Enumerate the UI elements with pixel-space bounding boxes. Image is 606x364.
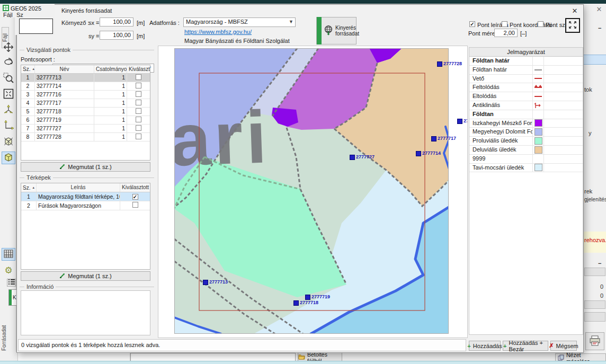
map-canvas[interactable]: ari	[158, 46, 468, 338]
app-titlebar-fragment: GEO5 2025 Fájl Sz	[0, 4, 55, 17]
k-button-fragment[interactable]: K	[8, 289, 17, 306]
map-point[interactable]: 2777713	[203, 280, 228, 285]
file-path-input[interactable]	[130, 353, 296, 361]
row-checkbox[interactable]	[136, 100, 141, 105]
axes-2d-tool-button[interactable]	[2, 120, 15, 132]
map-point[interactable]: 2777728	[437, 61, 462, 67]
map-point[interactable]: 2777718	[293, 300, 318, 306]
legend-panel: Jelmagyarázat Földtan határ Földtan hatá…	[469, 47, 583, 335]
selected-row-fragment[interactable]	[584, 55, 606, 65]
cancel-button[interactable]: ✗ Mégsem	[550, 341, 577, 351]
table-row[interactable]: 6 32777719 1	[21, 116, 150, 125]
row-checkbox[interactable]	[136, 74, 141, 80]
settings-tool-button[interactable]: ⚙	[2, 264, 15, 277]
color-swatch	[534, 128, 542, 136]
maps-group-title: Térképek	[24, 174, 53, 181]
point-coords-checkbox[interactable]	[502, 21, 507, 27]
zoom-select-tool-button[interactable]	[2, 72, 15, 85]
row-checkbox[interactable]	[136, 134, 141, 139]
points-table[interactable]: Sz. ▲ Név Csatolmányok Kiválasztott 1 32…	[21, 65, 150, 161]
row-checkbox[interactable]	[136, 117, 141, 122]
globe-download-icon	[323, 24, 334, 38]
table-row[interactable]: 7 32777727 1	[21, 125, 150, 133]
menu-file[interactable]: Fájl	[3, 12, 13, 17]
legend-row: Földtan határ	[469, 66, 583, 75]
map-city-label: ari	[174, 95, 271, 182]
hide-model-tool-button[interactable]	[2, 136, 15, 148]
color-swatch	[534, 146, 542, 154]
table-row[interactable]: 2 32777714 1	[21, 82, 150, 91]
show-model-tool-button[interactable]	[2, 152, 15, 164]
table-row[interactable]: 3 32777716 1	[21, 91, 150, 99]
legend-row: Iszkahegyi Mészkő Formáció	[469, 119, 583, 128]
button-band-2[interactable]	[584, 300, 605, 309]
table-row[interactable]: 4 32777717 1	[21, 99, 150, 108]
map-point[interactable]: 2777717	[431, 136, 456, 141]
legend-row: Vető	[469, 75, 583, 84]
panel-collapse-a[interactable]: −	[598, 25, 601, 31]
datasource-link[interactable]: https://www.mbfsz.gov.hu/	[184, 29, 252, 35]
geology-map: ari	[174, 48, 449, 334]
point-label: 2777728	[443, 61, 462, 66]
row-checkbox[interactable]	[136, 83, 141, 88]
datasource-select[interactable]: Magyarország - MBFSZ ▼	[183, 17, 296, 27]
pan-tool-button[interactable]	[2, 41, 15, 54]
extract-source-button[interactable]: Kinyerés forrásadat	[316, 17, 357, 45]
menu-item[interactable]: Sz	[16, 12, 23, 17]
button-band-1[interactable]	[584, 268, 605, 276]
map-point[interactable]: 2777714	[416, 151, 441, 156]
line-symbol	[534, 96, 542, 97]
window-topright-corner: ✕	[583, 4, 606, 17]
map-point[interactable]: 2777727	[350, 155, 375, 160]
background-big-button[interactable]	[19, 19, 53, 34]
table-row[interactable]: 1 32777713 1	[21, 74, 150, 82]
sx-input[interactable]: 100,00	[100, 17, 133, 26]
sy-input[interactable]: 100,00	[100, 31, 133, 40]
map-point[interactable]: 2777716	[457, 119, 468, 124]
print-button[interactable]	[585, 332, 604, 350]
table-row[interactable]: 8 32777728 1	[21, 133, 150, 141]
fullscreen-button[interactable]	[565, 18, 580, 33]
list-icon	[8, 279, 15, 286]
value-zero-a: 0	[594, 283, 603, 290]
add-button[interactable]: + Hozzáadás	[469, 341, 501, 351]
add-close-button[interactable]: + Hozzáadás + Bezár	[503, 341, 548, 351]
show-points-button[interactable]: Megmutat (1 sz.)	[21, 162, 150, 172]
maps-table[interactable]: Sz. ▲ Leírás Kiválasztott 1 Magyarország…	[21, 183, 150, 270]
list-button-fragment[interactable]	[7, 279, 16, 287]
map-point[interactable]: 2777719	[305, 295, 330, 300]
surroundings-label: Környező :	[61, 20, 90, 26]
axes-3d-tool-button[interactable]	[2, 104, 15, 117]
row-checkbox[interactable]	[132, 202, 138, 208]
frame-tab-vertical[interactable]: Forrásadat	[1, 315, 7, 351]
panel-collapse-b[interactable]: −	[598, 260, 601, 267]
legend-row: Megyehegyi Dolomit Formáció	[469, 128, 583, 137]
table-row[interactable]: 2 Fúrások Magyarországon	[21, 201, 150, 210]
x-icon: ✗	[549, 342, 554, 349]
dialog-close-button[interactable]: ✕	[570, 6, 580, 16]
datasource-label: Adatforrás :	[149, 20, 180, 26]
status-message: 0 vizsgálati pontok és 1 térképek hozzá …	[21, 342, 160, 348]
row-checkbox[interactable]: ✓	[132, 194, 138, 200]
point-number-checkbox[interactable]	[538, 21, 543, 27]
maps-table-header[interactable]: Sz. ▲ Leírás Kiválasztott	[21, 183, 150, 192]
extract-button-label-2: forrásadat	[335, 31, 359, 37]
rotate-tool-button[interactable]	[2, 56, 15, 69]
point-size-input[interactable]: 2,00	[494, 29, 518, 37]
button-band-3[interactable]	[584, 312, 605, 322]
value-zero-b: 0	[594, 292, 603, 299]
legend-section: Földtan határ	[469, 57, 583, 66]
points-table-header[interactable]: Sz. ▲ Név Csatolmányok Kiválasztott	[21, 65, 150, 74]
grid-tool-button[interactable]	[2, 248, 15, 261]
zoom-fit-tool-button[interactable]	[2, 88, 15, 101]
axes-2d-icon	[3, 120, 14, 132]
table-row[interactable]: 5 32777718 1	[21, 108, 150, 116]
point-desc-checkbox[interactable]: ✓	[469, 21, 475, 27]
points-group-title: Vizsgálati pontok	[24, 47, 73, 53]
row-checkbox[interactable]	[136, 125, 141, 131]
row-checkbox[interactable]	[136, 91, 141, 97]
table-row[interactable]: 1 Magyarország földtani térképe, 100 000…	[21, 192, 150, 201]
app-close-icon[interactable]: ✕	[594, 5, 604, 14]
row-checkbox[interactable]	[136, 108, 141, 114]
show-maps-button[interactable]: Megmutat (1 sz.)	[21, 271, 150, 281]
